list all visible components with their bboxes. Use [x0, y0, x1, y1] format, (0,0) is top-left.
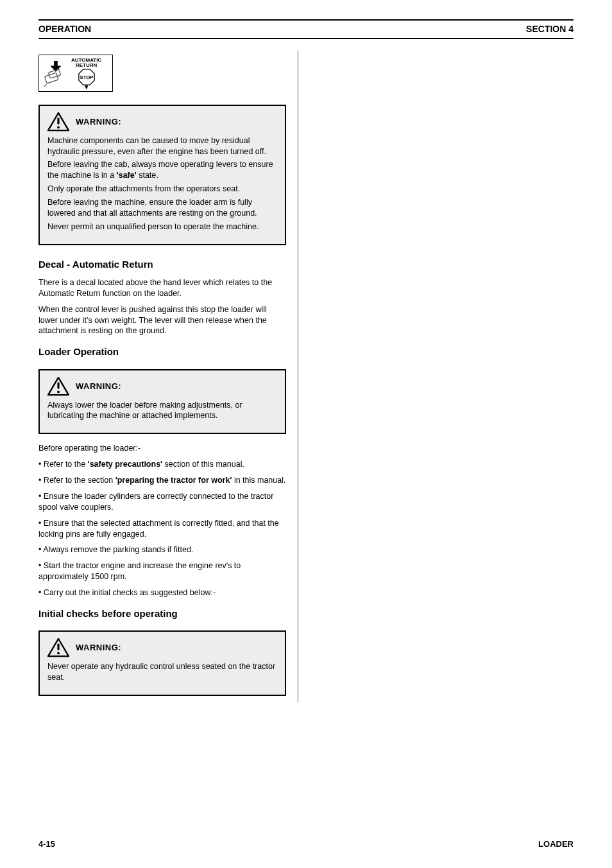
section-title-initial-checks: Initial checks before operating	[38, 607, 286, 620]
warning-text: Only operate the attachments from the op…	[47, 184, 277, 195]
section-title-loader: Loader Operation	[38, 345, 286, 358]
bullet-item: • Always remove the parking stands if fi…	[38, 544, 286, 555]
warning-box-lower-loader: WARNING: Always lower the loader before …	[38, 369, 286, 435]
automatic-return-badge: AUTOMATIC RETURN STOP ▼	[38, 55, 113, 92]
warning-triangle-icon	[47, 638, 69, 657]
warning-box-residual-pressure: WARNING: Machine components can be cause…	[38, 105, 286, 245]
page-number: 4-15	[38, 838, 55, 850]
warning-text: Always lower the loader before making ad…	[47, 400, 277, 422]
section-title-decal: Decal - Automatic Return	[38, 258, 286, 271]
bullet-item: • Carry out the initial checks as sugges…	[38, 587, 286, 598]
warning-text: Before leaving the machine, ensure the l…	[47, 197, 277, 219]
bullet-item: • Refer to the section 'preparing the tr…	[38, 475, 286, 486]
bullet-item: • Start the tractor engine and increase …	[38, 560, 286, 582]
page-header: OPERATION SECTION 4	[38, 19, 574, 39]
bullet-item: • Ensure the loader cylinders are correc…	[38, 491, 286, 513]
warning-label: WARNING:	[76, 381, 121, 392]
warning-label: WARNING:	[76, 642, 121, 654]
content-columns: AUTOMATIC RETURN STOP ▼ WARNING: Machine…	[38, 51, 574, 702]
svg-rect-10	[57, 382, 59, 388]
svg-rect-2	[48, 69, 60, 78]
left-column: AUTOMATIC RETURN STOP ▼ WARNING: Machine…	[38, 51, 298, 702]
body-text: There is a decal located above the hand …	[38, 277, 286, 299]
warning-text: Never permit an unqualified person to op…	[47, 221, 277, 232]
header-right: SECTION 4	[526, 23, 574, 35]
svg-point-14	[57, 652, 60, 655]
svg-rect-7	[57, 117, 59, 124]
warning-triangle-icon	[47, 377, 69, 396]
page-footer: 4-15 LOADER	[38, 838, 574, 850]
warning-text: Before leaving the cab, always move oper…	[47, 159, 277, 181]
svg-text:STOP: STOP	[80, 74, 93, 80]
badge-line2: RETURN	[76, 63, 97, 68]
warning-box-seated: WARNING: Never operate any hydraulic con…	[38, 630, 286, 696]
body-text: Before operating the loader:-	[38, 443, 286, 454]
lever-illustration-icon	[43, 60, 67, 87]
stop-icon: STOP	[78, 69, 95, 85]
warning-text: Machine components can be caused to move…	[47, 135, 277, 157]
warning-triangle-icon	[47, 112, 69, 132]
footer-section-label: LOADER	[538, 838, 574, 850]
right-column	[314, 51, 574, 702]
warning-text: Never operate any hydraulic control unle…	[47, 661, 277, 683]
warning-label: WARNING:	[76, 116, 121, 128]
badge-text: AUTOMATIC RETURN STOP ▼	[71, 58, 101, 89]
svg-rect-13	[57, 644, 59, 650]
svg-point-11	[57, 390, 60, 393]
header-left: OPERATION	[38, 23, 91, 35]
small-down-arrow-icon: ▼	[83, 85, 90, 89]
body-text: When the control lever is pushed against…	[38, 304, 286, 337]
svg-line-3	[44, 84, 47, 87]
svg-point-8	[57, 126, 60, 128]
bullet-item: • Refer to the 'safety precautions' sect…	[38, 459, 286, 470]
bullet-item: • Ensure that the selected attachment is…	[38, 518, 286, 540]
